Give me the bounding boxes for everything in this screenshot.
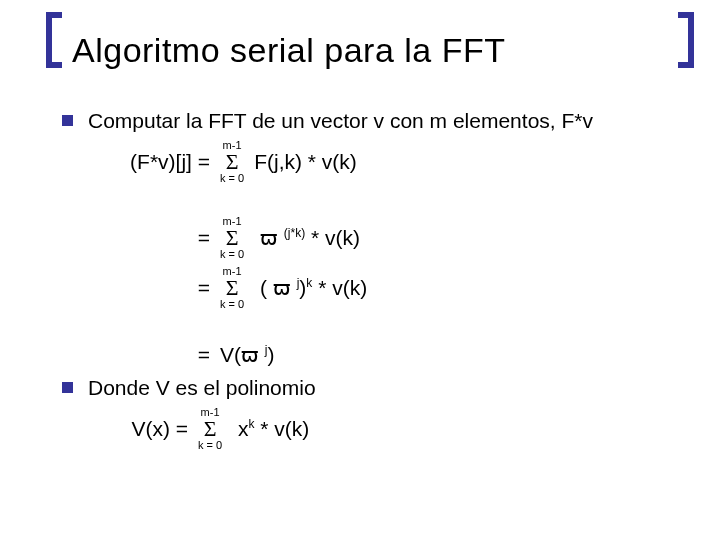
- bullet-icon: [62, 382, 73, 393]
- slide-title: Algoritmo serial para la FFT: [72, 31, 505, 70]
- eq3-inner-exp: j: [297, 276, 300, 290]
- bullet-icon: [62, 115, 73, 126]
- equation-1: (F*v)[j] = m-1 Σ k = 0 F(j,k) * v(k): [108, 140, 680, 184]
- eq1-rhs: F(j,k) * v(k): [254, 149, 357, 175]
- eq2-lhs: =: [108, 225, 210, 251]
- eq4-rhs: V(ϖ j): [220, 342, 275, 368]
- eq2-tail: * v(k): [305, 226, 360, 249]
- eq2-omega-exp: (j*k): [284, 226, 305, 240]
- eq5-sum: m-1 Σ k = 0: [198, 407, 222, 451]
- bullet-2: Donde V es el polinomio: [62, 375, 680, 401]
- eq5-post: * v(k): [255, 417, 310, 440]
- sigma-icon: Σ: [226, 277, 239, 299]
- omega-icon: ϖ: [273, 276, 291, 300]
- eq5-sum-lower: k = 0: [198, 440, 222, 451]
- eq1-sum: m-1 Σ k = 0: [220, 140, 244, 184]
- eq3-lhs: =: [108, 275, 210, 301]
- omega-icon: ϖ: [241, 343, 259, 367]
- sigma-icon: Σ: [226, 227, 239, 249]
- slide: Algoritmo serial para la FFT Computar la…: [0, 0, 720, 540]
- eq4-post: ): [268, 343, 275, 366]
- equation-4: = V(ϖ j): [108, 342, 680, 368]
- eq2-sum: m-1 Σ k = 0: [220, 216, 244, 260]
- eq3-rhs: ( ϖ j)k * v(k): [254, 275, 367, 301]
- eq3-tail: * v(k): [312, 276, 367, 299]
- eq5-lhs: V(x) =: [108, 416, 188, 442]
- title-area: Algoritmo serial para la FFT: [62, 20, 680, 80]
- bullet-1: Computar la FFT de un vector v con m ele…: [62, 108, 680, 134]
- eq4-lhs: =: [108, 342, 210, 368]
- eq1-lhs: (F*v)[j] =: [108, 149, 210, 175]
- eq2-sum-lower: k = 0: [220, 249, 244, 260]
- eq5-rhs: xk * v(k): [232, 416, 309, 442]
- eq3-sum-lower: k = 0: [220, 299, 244, 310]
- omega-icon: ϖ: [260, 226, 278, 250]
- bullet-1-text: Computar la FFT de un vector v con m ele…: [88, 109, 593, 132]
- eq5-x: x: [238, 417, 249, 440]
- equation-5: V(x) = m-1 Σ k = 0 xk * v(k): [108, 407, 680, 451]
- bullet-2-text: Donde V es el polinomio: [88, 376, 316, 399]
- eq2-rhs: ϖ (j*k) * v(k): [254, 225, 360, 251]
- eq3-sum: m-1 Σ k = 0: [220, 266, 244, 310]
- equation-3: = m-1 Σ k = 0 ( ϖ j)k * v(k): [108, 266, 680, 310]
- slide-body: Computar la FFT de un vector v con m ele…: [62, 108, 680, 451]
- sigma-icon: Σ: [226, 151, 239, 173]
- equation-2: = m-1 Σ k = 0 ϖ (j*k) * v(k): [108, 216, 680, 260]
- sigma-icon: Σ: [204, 418, 217, 440]
- eq1-sum-lower: k = 0: [220, 173, 244, 184]
- eq4-pre: V(: [220, 343, 241, 366]
